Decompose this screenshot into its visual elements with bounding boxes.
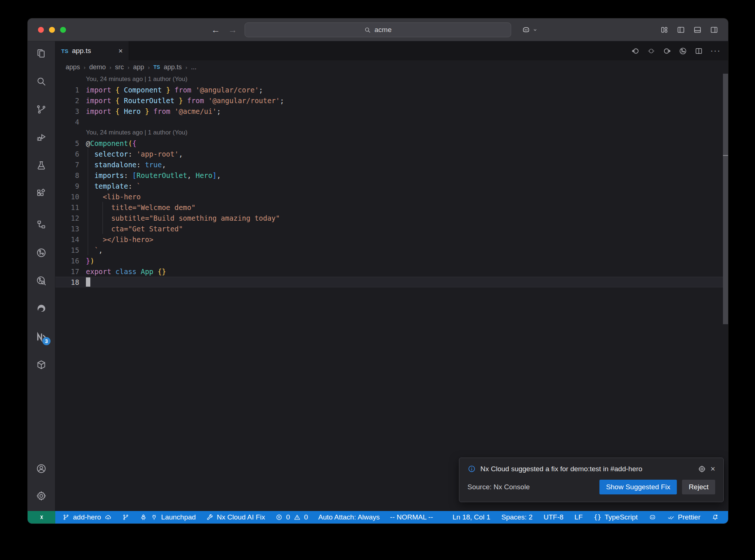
notification-toast: Nx Cloud suggested a fix for demo:test i… bbox=[459, 458, 724, 502]
breadcrumb-item[interactable]: app bbox=[133, 63, 144, 71]
nx-run-target-icon[interactable] bbox=[679, 47, 687, 55]
breadcrumb-item[interactable]: src bbox=[115, 63, 124, 71]
account-icon[interactable] bbox=[36, 463, 47, 474]
code-line: 11 title="Welcmoe demo" bbox=[55, 202, 728, 213]
chevron-down-icon[interactable] bbox=[532, 27, 538, 33]
sidebar-item-explorer[interactable] bbox=[36, 48, 47, 59]
sidebar-item-nx-console[interactable]: 3 bbox=[36, 331, 47, 342]
breadcrumb-item[interactable]: apps bbox=[66, 63, 80, 71]
breadcrumb: apps› demo› src› app› TS app.ts› ... bbox=[55, 60, 728, 74]
cloud-upload-icon bbox=[104, 514, 112, 521]
notification-source: Source: Nx Console bbox=[467, 483, 530, 491]
customize-layout-icon[interactable] bbox=[660, 25, 669, 34]
sidebar-item-project-hierarchy[interactable] bbox=[36, 219, 47, 230]
minimize-window-button[interactable] bbox=[49, 27, 55, 33]
line-number: 6 bbox=[55, 150, 79, 158]
line-number: 18 bbox=[55, 278, 79, 286]
git-branch-status[interactable]: add-hero bbox=[58, 513, 116, 521]
sidebar-item-extensions[interactable] bbox=[36, 188, 47, 199]
braces-icon: {} bbox=[594, 514, 601, 521]
eol-status[interactable]: LF bbox=[570, 513, 587, 521]
nav-forward-icon[interactable]: → bbox=[228, 25, 237, 35]
nx-console-badge: 3 bbox=[42, 337, 51, 345]
sidebar-item-run-debug[interactable] bbox=[36, 132, 47, 143]
search-icon bbox=[364, 27, 371, 34]
problems-status[interactable]: 0 0 bbox=[271, 513, 312, 521]
notification-title: Nx Cloud suggested a fix for demo:test i… bbox=[480, 465, 642, 473]
split-editor-icon[interactable] bbox=[695, 47, 703, 55]
warning-count: 0 bbox=[304, 513, 308, 521]
check-all-icon bbox=[667, 514, 675, 521]
sidebar-item-nx-run[interactable] bbox=[36, 247, 47, 258]
vscode-window: ← → acme bbox=[28, 18, 728, 524]
line-number: 9 bbox=[55, 182, 79, 190]
scrollbar[interactable] bbox=[723, 74, 728, 324]
sidebar-item-edge-browser[interactable] bbox=[36, 303, 47, 314]
tab-close-icon[interactable]: × bbox=[118, 47, 123, 55]
vim-block-cursor bbox=[86, 277, 90, 287]
encoding-status[interactable]: UTF-8 bbox=[539, 513, 567, 521]
title-bar: ← → acme bbox=[28, 18, 728, 41]
git-branch-icon bbox=[62, 514, 70, 521]
toggle-secondary-sidebar-icon[interactable] bbox=[710, 25, 719, 34]
activity-bar: 3 bbox=[28, 41, 55, 511]
nx-cloud-ai-fix-status[interactable]: Nx Cloud AI Fix bbox=[202, 513, 269, 521]
zoom-window-button[interactable] bbox=[60, 27, 66, 33]
nav-back-icon[interactable]: ← bbox=[211, 25, 220, 35]
auto-attach-status[interactable]: Auto Attach: Always bbox=[314, 513, 384, 521]
nav-dot-circle-icon[interactable] bbox=[647, 47, 655, 55]
copilot-status[interactable] bbox=[645, 514, 660, 521]
launchpad-label: Launchpad bbox=[161, 513, 196, 521]
command-center-search[interactable]: acme bbox=[245, 22, 511, 37]
code-line: 17export class App {} bbox=[55, 266, 728, 277]
line-number: 3 bbox=[55, 107, 79, 115]
code-line: 3import { Hero } from '@acme/ui'; bbox=[55, 106, 728, 116]
code-line: 16}) bbox=[55, 255, 728, 266]
warning-triangle-icon bbox=[293, 514, 301, 521]
tab-app-ts[interactable]: TS app.ts × bbox=[55, 41, 129, 60]
tab-label: app.ts bbox=[72, 47, 91, 55]
line-number: 7 bbox=[55, 161, 79, 169]
notifications-bell[interactable] bbox=[707, 514, 723, 521]
code-line: 8 imports: [RouterOutlet, Hero], bbox=[55, 170, 728, 181]
language-mode-status[interactable]: {} TypeScript bbox=[590, 513, 642, 521]
nav-back-circle-icon[interactable] bbox=[631, 47, 640, 55]
breadcrumb-item-file[interactable]: app.ts bbox=[164, 63, 182, 71]
more-actions-icon[interactable]: ··· bbox=[710, 46, 721, 56]
formatter-status[interactable]: Prettier bbox=[663, 513, 704, 521]
sidebar-item-containers[interactable] bbox=[36, 359, 47, 370]
code-line: 5@Component({ bbox=[55, 138, 728, 148]
code-line: 6 selector: 'app-root', bbox=[55, 148, 728, 159]
line-number: 12 bbox=[55, 214, 79, 222]
reject-button[interactable]: Reject bbox=[682, 480, 715, 494]
nx-graph-icon bbox=[122, 514, 129, 521]
nx-graph-status[interactable] bbox=[118, 514, 133, 521]
sidebar-item-source-control[interactable] bbox=[36, 104, 47, 115]
nav-forward-circle-icon[interactable] bbox=[663, 47, 671, 55]
settings-gear-icon[interactable] bbox=[36, 490, 47, 501]
notification-settings-gear-icon[interactable] bbox=[698, 465, 706, 473]
error-count: 0 bbox=[286, 513, 290, 521]
show-suggested-fix-button[interactable]: Show Suggested Fix bbox=[599, 480, 677, 494]
toggle-primary-sidebar-icon[interactable] bbox=[676, 25, 685, 34]
breadcrumb-tail[interactable]: ... bbox=[191, 63, 196, 71]
sidebar-item-search[interactable] bbox=[36, 76, 47, 87]
sidebar-item-nx-run-search[interactable] bbox=[36, 275, 47, 286]
remote-indicator[interactable] bbox=[28, 511, 55, 524]
line-number: 1 bbox=[55, 86, 79, 94]
toggle-panel-icon[interactable] bbox=[693, 25, 702, 34]
copilot-icon[interactable] bbox=[522, 25, 530, 34]
sidebar-item-testing[interactable] bbox=[36, 160, 47, 171]
plug-icon bbox=[150, 514, 158, 521]
rocket-icon bbox=[140, 514, 147, 521]
notification-close-icon[interactable]: × bbox=[710, 465, 715, 473]
vim-mode-status[interactable]: -- NORMAL -- bbox=[386, 513, 437, 521]
breadcrumb-item[interactable]: demo bbox=[89, 63, 106, 71]
typescript-file-icon: TS bbox=[61, 48, 68, 54]
cursor-position-status[interactable]: Ln 18, Col 1 bbox=[449, 513, 494, 521]
line-number: 14 bbox=[55, 235, 79, 244]
launchpad-status[interactable]: Launchpad bbox=[136, 513, 200, 521]
close-window-button[interactable] bbox=[38, 27, 44, 33]
indentation-status[interactable]: Spaces: 2 bbox=[497, 513, 537, 521]
code-editor[interactable]: You, 24 minutes ago | 1 author (You)1imp… bbox=[55, 74, 728, 511]
